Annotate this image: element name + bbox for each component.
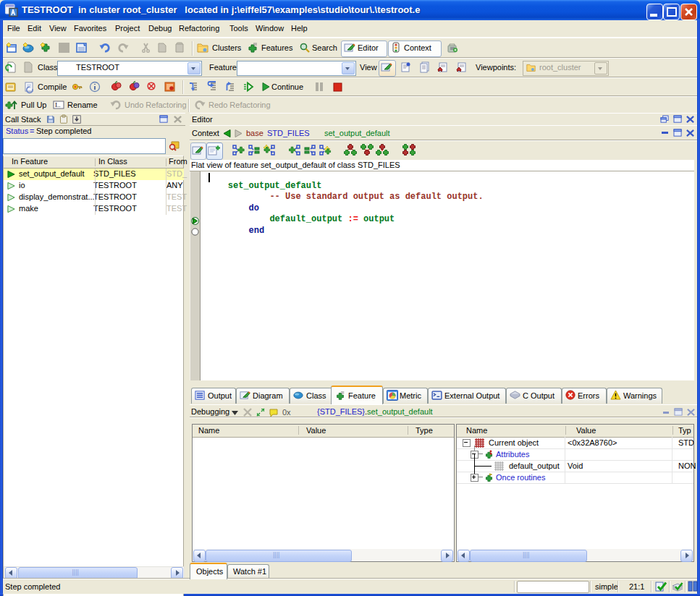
svg-text:I..: I..: [55, 101, 61, 108]
